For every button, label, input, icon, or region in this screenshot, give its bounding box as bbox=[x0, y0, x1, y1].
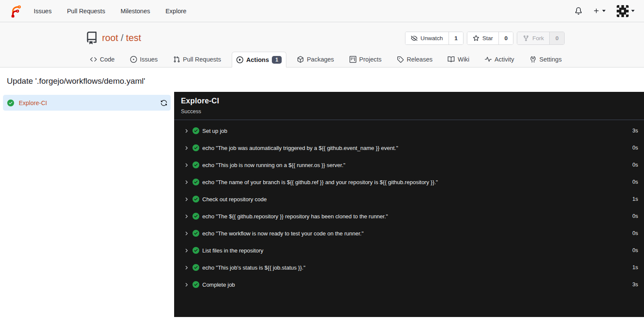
watchers-count[interactable]: 1 bbox=[449, 32, 463, 44]
job-list-sidebar: Explore-CI bbox=[0, 92, 174, 317]
job-name-label: Explore-CI bbox=[19, 100, 47, 106]
step-duration: 0s bbox=[632, 162, 638, 168]
top-navbar: Issues Pull Requests Milestones Explore bbox=[0, 0, 644, 22]
step-row[interactable]: Check out repository code 1s bbox=[174, 191, 644, 208]
tab-issues[interactable]: Issues bbox=[125, 51, 163, 67]
issue-opened-icon bbox=[130, 56, 137, 63]
tab-wiki[interactable]: Wiki bbox=[443, 51, 474, 67]
step-title: List files in the repository bbox=[202, 247, 263, 254]
star-button[interactable]: Star bbox=[467, 32, 498, 44]
star-button-group: Star 0 bbox=[467, 32, 513, 45]
repo-name-link[interactable]: test bbox=[126, 32, 141, 44]
chevron-right-icon[interactable] bbox=[184, 248, 189, 253]
check-circle-icon bbox=[192, 127, 199, 134]
tab-settings[interactable]: Settings bbox=[525, 51, 566, 67]
workflow-run-view: Explore-CI Explore-CI Success Set bbox=[0, 92, 644, 317]
nav-link-issues[interactable]: Issues bbox=[26, 0, 59, 22]
tab-releases[interactable]: Releases bbox=[392, 51, 437, 67]
nav-link-explore[interactable]: Explore bbox=[158, 0, 194, 22]
create-new-menu-button[interactable] bbox=[593, 8, 606, 14]
repo-owner-link[interactable]: root bbox=[102, 32, 118, 44]
breadcrumb-separator: / bbox=[121, 32, 123, 44]
git-pull-request-icon bbox=[173, 56, 180, 63]
job-log-header: Explore-CI Success bbox=[174, 92, 644, 120]
tab-projects[interactable]: Projects bbox=[345, 51, 386, 67]
pulse-icon bbox=[485, 56, 492, 63]
step-row[interactable]: echo "The name of your branch is ${{ git… bbox=[174, 173, 644, 191]
tab-activity[interactable]: Activity bbox=[480, 51, 519, 67]
step-row[interactable]: echo "The ${{ github.repository }} repos… bbox=[174, 208, 644, 225]
chevron-down-icon bbox=[631, 10, 635, 12]
tab-packages[interactable]: Packages bbox=[292, 51, 339, 67]
refresh-icon[interactable] bbox=[160, 100, 167, 106]
step-title: echo "The job was automatically triggere… bbox=[202, 145, 398, 151]
step-row[interactable]: Set up job 3s bbox=[174, 122, 644, 139]
forgejo-logo-icon[interactable] bbox=[9, 4, 23, 18]
check-circle-icon bbox=[192, 230, 199, 237]
nav-link-pull-requests[interactable]: Pull Requests bbox=[59, 0, 113, 22]
step-row[interactable]: echo "The job was automatically triggere… bbox=[174, 139, 644, 156]
check-circle-icon bbox=[192, 213, 199, 220]
repo-header: root / test Unwatch 1 Star 0 bbox=[0, 22, 644, 68]
check-circle-icon bbox=[192, 281, 199, 288]
step-row[interactable]: echo "This job's status is ${{ job.statu… bbox=[174, 259, 644, 276]
check-circle-icon bbox=[192, 179, 199, 185]
fork-button: Fork bbox=[517, 32, 549, 44]
job-status-text: Success bbox=[181, 109, 637, 114]
chevron-right-icon[interactable] bbox=[184, 231, 189, 236]
chevron-right-icon[interactable] bbox=[184, 265, 189, 270]
step-title: echo "This job is now running on a ${{ r… bbox=[202, 162, 345, 168]
step-duration: 3s bbox=[632, 128, 638, 134]
fork-button-group: Fork 0 bbox=[517, 32, 565, 45]
fork-icon bbox=[523, 35, 529, 41]
chevron-right-icon[interactable] bbox=[184, 128, 189, 134]
chevron-right-icon[interactable] bbox=[184, 162, 189, 168]
step-list: Set up job 3s echo "The job was automati… bbox=[174, 120, 644, 293]
repo-breadcrumb: root / test bbox=[102, 32, 141, 44]
unwatch-button[interactable]: Unwatch bbox=[405, 32, 449, 44]
step-title: Check out repository code bbox=[202, 196, 267, 203]
step-row[interactable]: echo "This job is now running on a ${{ r… bbox=[174, 156, 644, 173]
step-title: echo "The workflow is now ready to test … bbox=[202, 230, 364, 237]
step-duration: 0s bbox=[632, 247, 638, 253]
step-row[interactable]: List files in the repository 0s bbox=[174, 242, 644, 259]
job-log-panel: Explore-CI Success Set up job 3s bbox=[174, 92, 644, 317]
forks-count: 0 bbox=[549, 32, 564, 44]
chevron-right-icon[interactable] bbox=[184, 179, 189, 185]
step-row[interactable]: echo "The workflow is now ready to test … bbox=[174, 225, 644, 242]
step-duration: 0s bbox=[632, 213, 638, 219]
notifications-bell-icon[interactable] bbox=[575, 7, 582, 15]
check-circle-icon bbox=[192, 196, 199, 203]
repository-icon bbox=[85, 32, 98, 44]
step-title: echo "This job's status is ${{ job.statu… bbox=[202, 264, 306, 271]
eye-closed-icon bbox=[411, 35, 417, 41]
repo-action-buttons: Unwatch 1 Star 0 Fork 0 bbox=[405, 32, 565, 45]
navbar-right bbox=[575, 5, 635, 17]
chevron-right-icon[interactable] bbox=[184, 282, 189, 288]
star-icon bbox=[473, 35, 479, 41]
check-circle-icon bbox=[192, 247, 199, 254]
tab-pull-requests[interactable]: Pull Requests bbox=[169, 51, 226, 67]
plus-icon bbox=[593, 8, 600, 14]
stars-count[interactable]: 0 bbox=[498, 32, 513, 44]
project-board-icon bbox=[350, 56, 356, 63]
chevron-right-icon[interactable] bbox=[184, 197, 189, 202]
book-icon bbox=[448, 56, 455, 63]
tab-actions[interactable]: Actions 1 bbox=[232, 52, 286, 68]
user-menu-button[interactable] bbox=[617, 5, 635, 17]
nav-link-milestones[interactable]: Milestones bbox=[113, 0, 157, 22]
chevron-right-icon[interactable] bbox=[184, 214, 189, 219]
page-title: Update '.forgejo/workflows/demo.yaml' bbox=[7, 76, 637, 86]
step-row[interactable]: Complete job 3s bbox=[174, 276, 644, 293]
code-icon bbox=[90, 56, 97, 63]
chevron-right-icon[interactable] bbox=[184, 145, 189, 151]
play-circle-icon bbox=[236, 56, 243, 63]
check-circle-icon bbox=[192, 161, 199, 168]
job-title: Explore-CI bbox=[181, 97, 637, 106]
step-duration: 1s bbox=[632, 196, 638, 202]
step-title: Set up job bbox=[202, 128, 227, 134]
avatar bbox=[617, 5, 629, 17]
sidebar-job-explore-ci[interactable]: Explore-CI bbox=[3, 95, 171, 111]
tab-code[interactable]: Code bbox=[85, 51, 119, 67]
package-icon bbox=[297, 56, 304, 63]
